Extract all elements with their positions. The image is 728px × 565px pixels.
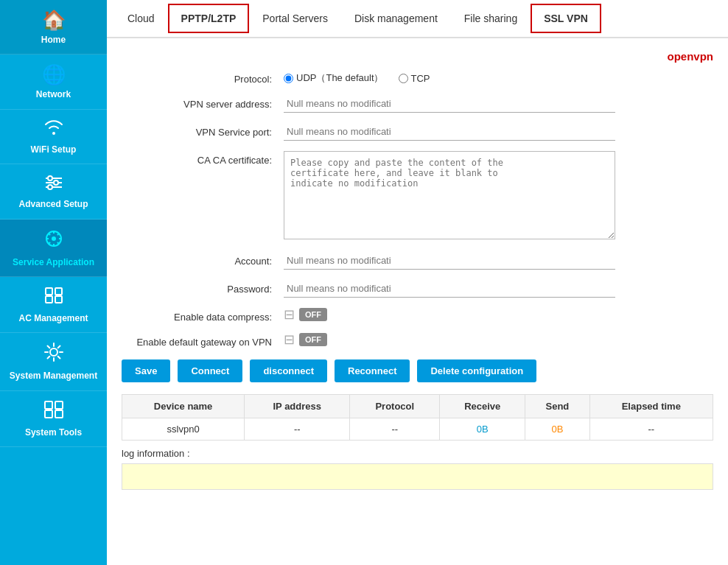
- sidebar-item-service-label: Service Application: [13, 257, 94, 267]
- enable-compress-toggle[interactable]: OFF: [299, 308, 327, 321]
- ca-certificate-textarea[interactable]: [284, 151, 615, 239]
- password-control: [284, 280, 615, 298]
- udp-option[interactable]: UDP（The default）: [284, 71, 384, 85]
- ca-certificate-row: CA CA certificate:: [122, 151, 713, 242]
- service-icon: [43, 228, 65, 254]
- network-icon: 🌐: [42, 63, 66, 86]
- reconnect-button[interactable]: Reconnect: [335, 359, 410, 382]
- tcp-radio[interactable]: [399, 74, 408, 83]
- sidebar-item-wifi-label: WiFi Setup: [31, 144, 77, 155]
- system-tools-icon: [43, 400, 64, 424]
- svg-point-5: [48, 185, 52, 189]
- udp-radio[interactable]: [284, 74, 293, 83]
- sidebar-item-service-application[interactable]: Service Application: [0, 220, 107, 277]
- cell-device-name: sslvpn0: [122, 418, 245, 441]
- openvpn-label: openvpn: [122, 50, 713, 63]
- log-section: log information :: [122, 448, 713, 490]
- password-row: Password:: [122, 280, 713, 298]
- tab-cloud[interactable]: Cloud: [114, 2, 168, 35]
- vpn-service-port-row: VPN Service port:: [122, 123, 713, 141]
- connect-button[interactable]: Connect: [178, 359, 242, 382]
- sidebar-item-network[interactable]: 🌐 Network: [0, 55, 107, 109]
- toggle-compress-lines: ⊟: [284, 308, 295, 321]
- account-row: Account:: [122, 252, 713, 270]
- enable-gateway-row: Enable default gateway on VPN ⊟ OFF: [122, 333, 713, 348]
- account-control: [284, 252, 615, 270]
- enable-gateway-label: Enable default gateway on VPN: [122, 333, 284, 348]
- ca-certificate-label: CA CA certificate:: [122, 151, 284, 166]
- sidebar-item-ac-label: AC Management: [18, 313, 88, 323]
- sidebar: 🏠 Home 🌐 Network WiFi Setup Adv: [0, 0, 107, 565]
- vpn-server-address-input[interactable]: [284, 95, 615, 113]
- col-elapsed-time: Elapsed time: [589, 395, 713, 418]
- account-label: Account:: [122, 252, 284, 267]
- account-input[interactable]: [284, 252, 615, 270]
- cell-receive: 0B: [440, 418, 525, 441]
- log-area: [122, 463, 713, 490]
- tab-pptp-l2tp[interactable]: PPTP/L2TP: [168, 4, 250, 33]
- disconnect-button[interactable]: disconnect: [250, 359, 327, 382]
- toggle-gateway-lines: ⊟: [284, 333, 295, 346]
- enable-gateway-toggle[interactable]: OFF: [299, 333, 327, 346]
- tab-file-sharing[interactable]: File sharing: [451, 2, 531, 35]
- svg-rect-22: [55, 401, 63, 409]
- protocol-label: Protocol:: [122, 70, 284, 85]
- action-buttons: Save Connect disconnect Reconnect Delete…: [122, 359, 713, 382]
- tab-disk-management[interactable]: Disk management: [341, 2, 451, 35]
- svg-point-7: [52, 236, 56, 241]
- table-row: sslvpn0 -- -- 0B 0B --: [122, 418, 713, 441]
- svg-rect-17: [55, 288, 62, 295]
- col-receive: Receive: [440, 395, 525, 418]
- sidebar-item-home[interactable]: 🏠 Home: [0, 0, 107, 55]
- vpn-service-port-input[interactable]: [284, 123, 615, 141]
- system-mgmt-icon: [43, 342, 64, 368]
- svg-line-15: [49, 242, 50, 243]
- tcp-option[interactable]: TCP: [399, 73, 430, 84]
- svg-rect-24: [55, 410, 63, 418]
- log-label: log information :: [122, 448, 713, 459]
- tab-bar: Cloud PPTP/L2TP Portal Servers Disk mana…: [107, 0, 728, 38]
- password-input[interactable]: [284, 280, 615, 298]
- sidebar-item-wifi-setup[interactable]: WiFi Setup: [0, 110, 107, 164]
- vpn-service-port-control: [284, 123, 615, 141]
- svg-rect-21: [45, 401, 52, 409]
- ac-icon: [43, 286, 64, 310]
- home-icon: 🏠: [42, 9, 66, 32]
- svg-line-13: [57, 242, 58, 243]
- sidebar-item-system-tools[interactable]: System Tools: [0, 391, 107, 447]
- cell-protocol: --: [350, 418, 440, 441]
- col-device-name: Device name: [122, 395, 245, 418]
- enable-compress-label: Enable data compress:: [122, 308, 284, 323]
- tab-portal-servers[interactable]: Portal Servers: [249, 2, 341, 35]
- password-label: Password:: [122, 280, 284, 295]
- protocol-options: UDP（The default） TCP: [284, 70, 615, 85]
- svg-point-3: [48, 176, 52, 180]
- main-content: Cloud PPTP/L2TP Portal Servers Disk mana…: [107, 0, 728, 565]
- col-protocol: Protocol: [350, 395, 440, 418]
- svg-rect-19: [55, 296, 62, 303]
- tab-ssl-vpn[interactable]: SSL VPN: [531, 4, 601, 33]
- vpn-server-address-row: VPN server address:: [122, 95, 713, 113]
- status-table: Device name IP address Protocol Receive …: [122, 394, 713, 441]
- sidebar-item-ac-management[interactable]: AC Management: [0, 277, 107, 333]
- wifi-icon: [43, 119, 64, 141]
- sidebar-item-system-mgmt-label: System Management: [10, 371, 97, 381]
- svg-rect-16: [46, 288, 52, 295]
- delete-config-button[interactable]: Delete configuration: [417, 359, 536, 382]
- advanced-icon: [44, 173, 63, 196]
- col-ip-address: IP address: [245, 395, 350, 418]
- svg-line-14: [57, 234, 58, 235]
- sidebar-item-system-tools-label: System Tools: [25, 427, 82, 438]
- save-button[interactable]: Save: [122, 359, 170, 382]
- protocol-row: Protocol: UDP（The default） TCP: [122, 70, 713, 85]
- enable-compress-row: Enable data compress: ⊟ OFF: [122, 308, 713, 323]
- sidebar-item-system-management[interactable]: System Management: [0, 333, 107, 390]
- tcp-label: TCP: [411, 73, 430, 84]
- cell-elapsed-time: --: [589, 418, 713, 441]
- ca-certificate-control: [284, 151, 615, 242]
- cell-ip-address: --: [245, 418, 350, 441]
- cell-send: 0B: [525, 418, 589, 441]
- content-area: openvpn Protocol: UDP（The default） TCP V…: [107, 38, 728, 565]
- sidebar-item-advanced-setup[interactable]: Advanced Setup: [0, 164, 107, 219]
- udp-label: UDP（The default）: [296, 71, 384, 85]
